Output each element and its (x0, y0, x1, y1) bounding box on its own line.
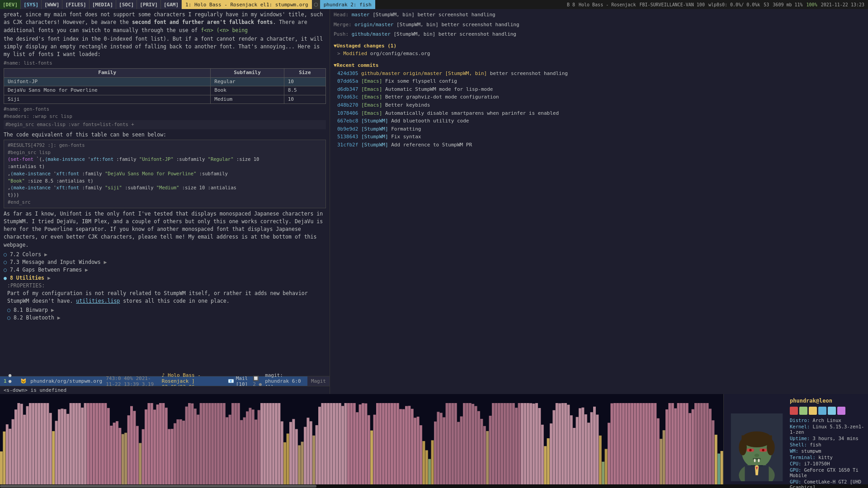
battery-info: B 8 (567, 2, 575, 7)
mode-line: 1 ● ● ● 🐱 phundrak/org/stumpwm.org 743:0… (0, 376, 307, 386)
workspace-soc[interactable]: [SOC] (116, 0, 137, 9)
svg-rect-73 (211, 403, 214, 484)
svg-rect-161 (466, 403, 468, 484)
nav-item-8[interactable]: ● 8 Utilities ▶ (4, 274, 326, 282)
svg-rect-51 (147, 403, 150, 484)
head-label: Head: (334, 12, 352, 18)
workspace-gam[interactable]: [GAM] (161, 0, 182, 9)
svg-rect-84 (243, 418, 246, 484)
svg-rect-39 (113, 422, 116, 484)
svg-rect-164 (475, 406, 477, 484)
table-cell: 10 (284, 77, 326, 86)
commit-hash: d48b270 (337, 102, 361, 108)
svg-rect-186 (538, 408, 541, 484)
svg-rect-236 (683, 403, 685, 484)
svg-rect-191 (552, 410, 555, 484)
right-panel: Head: master [StumpWM, bin] better scree… (330, 9, 868, 394)
svg-rect-269 (758, 465, 763, 466)
workspace-files[interactable]: [FILES] (62, 0, 89, 9)
nav-item-72[interactable]: ○ 7.2 Colors ▶ (4, 251, 326, 258)
commit-msg: Add reference to StumpWM PR (391, 142, 472, 148)
svg-rect-195 (564, 403, 567, 484)
sysinfo-panel: phundrak@leon Distro: Arch Linux Kernel:… (723, 394, 868, 484)
workspace-www[interactable]: [WWW] (42, 0, 62, 9)
svg-rect-85 (246, 411, 249, 484)
svg-rect-53 (153, 410, 156, 484)
window-count: 53 (764, 2, 769, 7)
commit-row-7[interactable]: 667ebc8 [StumpWM] Add bluetooth utility … (337, 117, 864, 125)
svg-rect-133 (385, 403, 387, 484)
gpu2-info: GPU: CometLake-H GT2 [UHD Graphics] (790, 479, 864, 488)
commit-msg: Formatting (391, 126, 421, 132)
svg-rect-231 (668, 403, 671, 484)
svg-rect-241 (697, 403, 700, 484)
svg-rect-125 (362, 403, 364, 484)
svg-rect-48 (139, 443, 142, 484)
workspace-dev[interactable]: [DEV] (0, 0, 21, 9)
nav-item-81[interactable]: ○ 8.1 Binwarp ▶ (4, 306, 326, 314)
svg-rect-92 (266, 403, 269, 484)
svg-rect-46 (133, 411, 136, 484)
recent-commits-header[interactable]: ▼Recent commits (334, 61, 864, 70)
commit-row-2[interactable]: 07dd65a [Emacs] Fix some flyspell config (337, 77, 864, 85)
code-line-1: (set-font `(,(make-instance 'xft:font :f… (8, 156, 322, 163)
svg-rect-196 (567, 405, 570, 484)
svg-rect-121 (350, 403, 353, 484)
svg-rect-197 (570, 415, 573, 484)
commit-row-10[interactable]: 31cfb2f [StumpWM] Add reference to Stump… (337, 141, 864, 149)
wm-info: WM: stumpwm (790, 448, 864, 454)
buffer-path: phundrak/org/stumpwm.org (30, 378, 102, 384)
commit-row-8[interactable]: 0b9e9d2 [StumpWM] Formatting (337, 125, 864, 133)
window-fish[interactable]: phundrak 2: fish (320, 0, 375, 9)
workspace-media[interactable]: [MEDIA] (90, 0, 116, 9)
gpu1-info: GPU: GeForce GTX 1650 Ti Mobile (790, 467, 864, 478)
commit-row-5[interactable]: d48b270 [Emacs] Better keybinds (337, 101, 864, 109)
svg-rect-130 (376, 403, 379, 484)
svg-rect-175 (506, 403, 509, 484)
nav-item-73[interactable]: ○ 7.3 Message and Input Windows ▶ (4, 258, 326, 266)
org-content: great, since my main font does not suppo… (0, 9, 330, 376)
commit-row-1[interactable]: 424d305 github/master origin/master [Stu… (337, 70, 864, 78)
modified-file-row[interactable]: > Modified org/config/emacs.org (334, 50, 864, 58)
svg-rect-100 (289, 422, 292, 484)
nav-item-74[interactable]: ○ 7.4 Gaps Between Frames ▶ (4, 266, 326, 274)
svg-rect-94 (272, 403, 275, 484)
scroll-thumb[interactable] (0, 485, 316, 488)
svg-rect-224 (648, 403, 651, 484)
wm-label: WM: (790, 448, 801, 454)
commit-row-4[interactable]: 07dd63c [Emacs] Better graphviz-dot mode… (337, 93, 864, 101)
kernel-label: Kernel: (790, 424, 813, 429)
svg-rect-74 (214, 403, 217, 484)
code-equiv-text: The code equivalent of this table can be… (4, 131, 326, 139)
svg-rect-206 (596, 415, 599, 484)
org-paragraph-1: great, since my main font does not suppo… (4, 11, 326, 34)
network-name: FBI-SURVEILLANCE-VAN 100 (639, 2, 705, 7)
svg-rect-225 (651, 403, 654, 484)
unstaged-header[interactable]: ▼Unstaged changes (1) (334, 42, 864, 50)
commit-row-6[interactable]: 1078406 [Emacs] Automatically disable sm… (337, 109, 864, 117)
svg-rect-21 (61, 408, 63, 484)
mail-status: 📧 (228, 378, 234, 384)
svg-rect-167 (483, 426, 486, 484)
window-stumpwm[interactable]: 1: Holo Bass - Rosenjack el1: stumpwm.or… (182, 0, 312, 9)
workspace-sys[interactable]: [SYS] (21, 0, 42, 9)
svg-rect-170 (492, 403, 495, 484)
svg-rect-179 (518, 403, 521, 484)
svg-rect-43 (124, 433, 127, 484)
commit-row-3[interactable]: d6db347 [Emacs] Automatic StumpWM mode f… (337, 85, 864, 94)
svg-point-262 (755, 454, 760, 457)
table-cell: 10 (284, 95, 326, 104)
svg-rect-42 (122, 434, 124, 484)
svg-rect-141 (408, 406, 410, 484)
svg-rect-91 (263, 403, 266, 484)
nav-item-82[interactable]: ○ 8.2 Bluetooth ▶ (4, 314, 326, 322)
svg-rect-132 (382, 403, 385, 484)
svg-rect-102 (295, 429, 298, 484)
gen-fonts-wrap: #headers: :wrap src lisp (4, 113, 326, 120)
commit-row-9[interactable]: 5138643 [StumpWM] Fix syntax (337, 133, 864, 141)
svg-rect-239 (692, 409, 694, 484)
end-src: #end_src (8, 199, 322, 206)
results-header: #RESULTS[4792 :]: gen-fonts (8, 142, 322, 149)
svg-rect-101 (292, 419, 295, 484)
workspace-priv[interactable]: [PRIV] (137, 0, 161, 9)
